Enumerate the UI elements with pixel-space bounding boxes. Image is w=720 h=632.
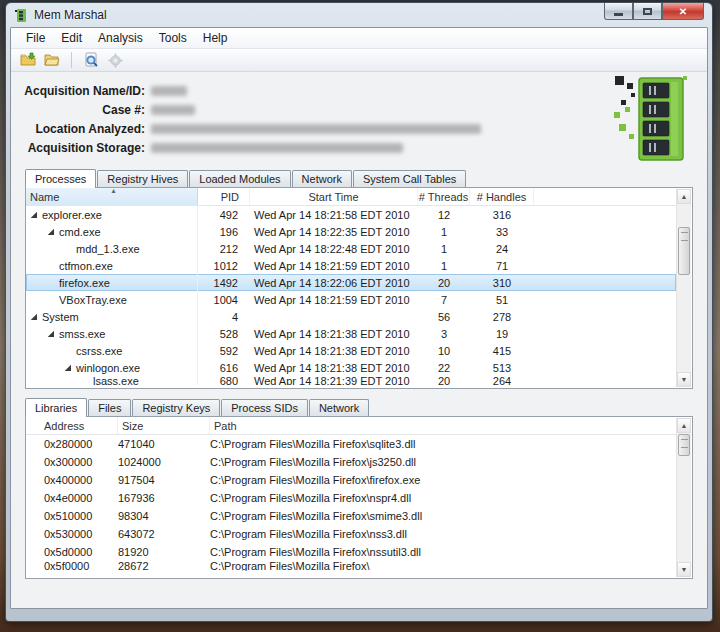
- scroll-thumb[interactable]: [678, 227, 690, 275]
- process-row[interactable]: mdd_1.3.exe 212 Wed Apr 14 18:22:48 EDT …: [26, 240, 676, 257]
- process-start: Wed Apr 14 18:21:59 EDT 2010: [250, 294, 418, 306]
- scroll-thumb[interactable]: [678, 434, 690, 456]
- settings-icon[interactable]: [106, 51, 124, 69]
- tree-expander-icon[interactable]: [30, 211, 37, 218]
- detail-tabs: LibrariesFilesRegistry KeysProcess SIDsN…: [25, 397, 693, 416]
- process-pid: 212: [198, 243, 250, 255]
- column-header-path[interactable]: Path: [210, 417, 692, 434]
- process-row[interactable]: csrss.exe 592 Wed Apr 14 18:21:38 EDT 20…: [26, 342, 676, 359]
- library-size: 28672: [118, 561, 210, 571]
- import-image-icon[interactable]: [19, 51, 37, 69]
- menu-item[interactable]: Edit: [53, 29, 90, 47]
- process-handles: 316: [470, 209, 534, 221]
- library-row[interactable]: 0x510000 98304 C:\Program Files\Mozilla …: [26, 507, 676, 525]
- process-threads: 1: [418, 243, 470, 255]
- detail-tab[interactable]: Process SIDs: [221, 399, 308, 416]
- library-row[interactable]: 0x300000 1024000 C:\Program Files\Mozill…: [26, 453, 676, 471]
- column-header-handles[interactable]: # Handles: [470, 188, 534, 205]
- footer-strip: [11, 579, 707, 605]
- process-pid: 492: [198, 209, 250, 221]
- library-row[interactable]: 0x4e0000 167936 C:\Program Files\Mozilla…: [26, 489, 676, 507]
- process-row[interactable]: firefox.exe 1492 Wed Apr 14 18:22:06 EDT…: [26, 274, 676, 291]
- process-start: Wed Apr 14 18:21:38 EDT 2010: [250, 345, 418, 357]
- column-header-address[interactable]: Address: [26, 417, 118, 434]
- maximize-button[interactable]: [633, 3, 662, 20]
- detail-tab[interactable]: Registry Keys: [132, 399, 220, 416]
- column-header-size[interactable]: Size: [118, 417, 210, 434]
- process-tab[interactable]: Registry Hives: [97, 170, 188, 187]
- process-name: csrss.exe: [76, 345, 122, 357]
- process-tab[interactable]: Processes: [25, 169, 96, 188]
- tree-expander-icon[interactable]: [47, 330, 54, 337]
- menu-item[interactable]: Tools: [151, 29, 195, 47]
- scroll-down-icon[interactable]: ▼: [677, 372, 691, 387]
- process-threads: 7: [418, 294, 470, 306]
- process-row[interactable]: smss.exe 528 Wed Apr 14 18:21:38 EDT 201…: [26, 325, 676, 342]
- process-row[interactable]: VBoxTray.exe 1004 Wed Apr 14 18:21:59 ED…: [26, 291, 676, 308]
- process-start: Wed Apr 14 18:21:38 EDT 2010: [250, 328, 418, 340]
- analyze-icon[interactable]: [82, 51, 100, 69]
- process-name: lsass.exe: [93, 376, 139, 385]
- process-tab[interactable]: System Call Tables: [353, 170, 466, 187]
- open-folder-icon[interactable]: [43, 51, 61, 69]
- tree-expander-icon[interactable]: [30, 313, 37, 320]
- detail-tab[interactable]: Libraries: [25, 398, 87, 417]
- ram-memory-stick-logo: [613, 74, 687, 164]
- redacted-value: [151, 124, 481, 134]
- library-path: C:\Program Files\Mozilla Firefox\nss3.dl…: [210, 528, 676, 540]
- process-row[interactable]: winlogon.exe 616 Wed Apr 14 18:21:38 EDT…: [26, 359, 676, 376]
- library-row[interactable]: 0x280000 471040 C:\Program Files\Mozilla…: [26, 435, 676, 453]
- column-header-threads[interactable]: # Threads: [418, 188, 470, 205]
- detail-tab[interactable]: Files: [88, 399, 131, 416]
- library-row[interactable]: 0x5f0000 28672 C:\Program Files\Mozilla …: [26, 561, 676, 571]
- menu-item[interactable]: Analysis: [90, 29, 151, 47]
- menu-item[interactable]: Help: [195, 29, 236, 47]
- process-threads: 20: [418, 376, 470, 385]
- info-field: Acquisition Storage:: [11, 139, 707, 157]
- process-handles: 264: [470, 376, 534, 385]
- process-handles: 24: [470, 243, 534, 255]
- tree-expander-icon[interactable]: [64, 364, 71, 371]
- process-handles: 415: [470, 345, 534, 357]
- process-tab[interactable]: Network: [292, 170, 352, 187]
- library-path: C:\Program Files\Mozilla Firefox\nspr4.d…: [210, 492, 676, 504]
- process-handles: 71: [470, 260, 534, 272]
- process-scrollbar[interactable]: ▲ ▼: [676, 189, 691, 387]
- process-row[interactable]: lsass.exe 680 Wed Apr 14 18:21:39 EDT 20…: [26, 376, 676, 385]
- process-threads: 12: [418, 209, 470, 221]
- process-name: winlogon.exe: [76, 362, 140, 374]
- process-row[interactable]: System 4 56 278: [26, 308, 676, 325]
- process-row[interactable]: cmd.exe 196 Wed Apr 14 18:22:35 EDT 2010…: [26, 223, 676, 240]
- scroll-up-icon[interactable]: ▲: [677, 189, 691, 204]
- process-handles: 19: [470, 328, 534, 340]
- library-path: C:\Program Files\Mozilla Firefox\firefox…: [210, 474, 676, 486]
- library-size: 98304: [118, 510, 210, 522]
- minimize-button[interactable]: [604, 3, 633, 20]
- process-row[interactable]: explorer.exe 492 Wed Apr 14 18:21:58 EDT…: [26, 206, 676, 223]
- scroll-down-icon[interactable]: ▼: [677, 562, 691, 577]
- process-handles: 33: [470, 226, 534, 238]
- process-threads: 1: [418, 226, 470, 238]
- app-ram-icon: [15, 9, 28, 22]
- column-header-start-time[interactable]: Start Time: [250, 188, 418, 205]
- process-name: cmd.exe: [59, 226, 101, 238]
- column-header-pid[interactable]: PID: [198, 188, 250, 205]
- process-start: Wed Apr 14 18:21:58 EDT 2010: [250, 209, 418, 221]
- process-tab[interactable]: Loaded Modules: [189, 170, 290, 187]
- process-name: ctfmon.exe: [59, 260, 113, 272]
- library-row[interactable]: 0x5d0000 81920 C:\Program Files\Mozilla …: [26, 543, 676, 561]
- column-header-name[interactable]: Name ▴: [26, 188, 198, 205]
- scroll-up-icon[interactable]: ▲: [677, 418, 691, 433]
- process-row[interactable]: ctfmon.exe 1012 Wed Apr 14 18:21:59 EDT …: [26, 257, 676, 274]
- tree-expander-icon[interactable]: [47, 228, 54, 235]
- library-row[interactable]: 0x400000 917504 C:\Program Files\Mozilla…: [26, 471, 676, 489]
- title-bar[interactable]: Mem Marshal ✕: [6, 3, 712, 27]
- detail-scrollbar[interactable]: ▲ ▼: [676, 418, 691, 577]
- library-row[interactable]: 0x530000 643072 C:\Program Files\Mozilla…: [26, 525, 676, 543]
- menu-item[interactable]: File: [18, 29, 53, 47]
- detail-tab[interactable]: Network: [309, 399, 369, 416]
- close-button[interactable]: ✕: [662, 3, 704, 20]
- column-header-filler: [534, 188, 692, 205]
- toolbar: [11, 49, 707, 72]
- process-start: Wed Apr 14 18:22:35 EDT 2010: [250, 226, 418, 238]
